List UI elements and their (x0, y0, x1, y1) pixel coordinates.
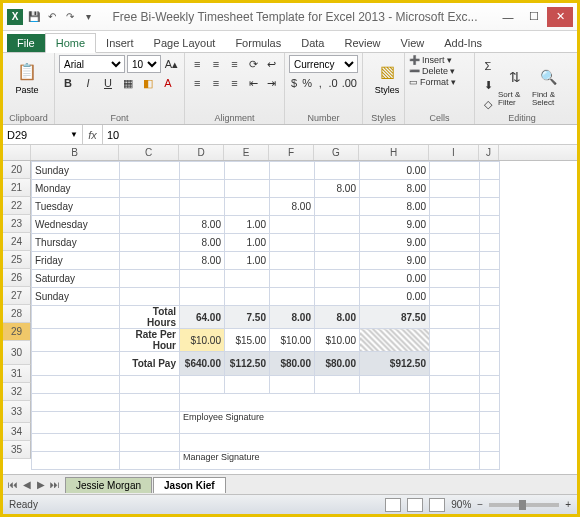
align-top-icon[interactable]: ≡ (189, 55, 206, 73)
align-middle-icon[interactable]: ≡ (208, 55, 225, 73)
row-header[interactable]: 23 (3, 215, 31, 233)
tab-page-layout[interactable]: Page Layout (144, 34, 226, 52)
find-select-button[interactable]: 🔍 Find & Select (532, 55, 565, 113)
font-size-select[interactable]: 10 (127, 55, 161, 73)
row-header[interactable]: 30 (3, 341, 31, 365)
col-header[interactable]: C (119, 145, 179, 160)
col-header[interactable]: B (31, 145, 119, 160)
col-header[interactable]: D (179, 145, 224, 160)
first-sheet-icon[interactable]: ⏮ (7, 479, 19, 490)
col-header[interactable]: F (269, 145, 314, 160)
redo-icon[interactable]: ↷ (63, 10, 77, 24)
fill-icon[interactable]: ⬇ (479, 76, 497, 94)
row-header[interactable]: 29 (3, 323, 31, 341)
autosum-icon[interactable]: Σ (479, 57, 497, 75)
col-header[interactable]: I (429, 145, 479, 160)
tab-data[interactable]: Data (291, 34, 334, 52)
qat-dropdown-icon[interactable]: ▾ (81, 10, 95, 24)
comma-icon[interactable]: , (315, 74, 325, 92)
row-header[interactable]: 26 (3, 269, 31, 287)
percent-icon[interactable]: % (301, 74, 313, 92)
format-cells-button[interactable]: ▭Format▾ (409, 77, 470, 87)
align-center-icon[interactable]: ≡ (208, 74, 225, 92)
decrease-indent-icon[interactable]: ⇤ (245, 74, 262, 92)
col-header[interactable]: H (359, 145, 429, 160)
wrap-text-icon[interactable]: ↩ (263, 55, 280, 73)
align-left-icon[interactable]: ≡ (189, 74, 206, 92)
row-header[interactable]: 33 (3, 401, 31, 423)
alignment-label: Alignment (189, 113, 280, 124)
align-right-icon[interactable]: ≡ (226, 74, 243, 92)
fill-color-button[interactable]: ◧ (139, 74, 157, 92)
last-sheet-icon[interactable]: ⏭ (49, 479, 61, 490)
tab-insert[interactable]: Insert (96, 34, 144, 52)
prev-sheet-icon[interactable]: ◀ (21, 479, 33, 490)
sheet-tab-1[interactable]: Jessie Morgan (65, 477, 152, 493)
tab-formulas[interactable]: Formulas (225, 34, 291, 52)
zoom-level[interactable]: 90% (451, 499, 471, 510)
tab-file[interactable]: File (7, 34, 45, 52)
sheet-tab-bar: ⏮ ◀ ▶ ⏭ Jessie Morgan Jason Kief (3, 474, 577, 494)
column-headers[interactable]: BCDEFGHIJ (3, 145, 577, 161)
zoom-slider[interactable] (489, 503, 559, 507)
align-bottom-icon[interactable]: ≡ (226, 55, 243, 73)
row-header[interactable]: 34 (3, 423, 31, 441)
row-header[interactable]: 28 (3, 305, 31, 323)
undo-icon[interactable]: ↶ (45, 10, 59, 24)
next-sheet-icon[interactable]: ▶ (35, 479, 47, 490)
worksheet-cells[interactable]: Sunday0.00 Monday8.008.00 Tuesday8.008.0… (31, 161, 500, 470)
row-header[interactable]: 35 (3, 441, 31, 459)
border-button[interactable]: ▦ (119, 74, 137, 92)
delete-cells-button[interactable]: ➖Delete▾ (409, 66, 470, 76)
tab-review[interactable]: Review (334, 34, 390, 52)
close-button[interactable]: ✕ (547, 7, 573, 27)
bold-button[interactable]: B (59, 74, 77, 92)
tab-view[interactable]: View (391, 34, 435, 52)
fx-icon[interactable]: fx (83, 125, 103, 144)
paste-button[interactable]: 📋 Paste (7, 55, 47, 95)
spreadsheet-grid[interactable]: BCDEFGHIJ 202122232425262728293031323334… (3, 145, 577, 471)
select-all-corner[interactable] (3, 145, 31, 160)
col-header[interactable]: G (314, 145, 359, 160)
increase-indent-icon[interactable]: ⇥ (263, 74, 280, 92)
row-header[interactable]: 32 (3, 383, 31, 401)
currency-icon[interactable]: $ (289, 74, 299, 92)
row-header[interactable]: 31 (3, 365, 31, 383)
increase-decimal-icon[interactable]: .0 (328, 74, 339, 92)
zoom-in-button[interactable]: + (565, 499, 571, 510)
row-header[interactable]: 25 (3, 251, 31, 269)
minimize-button[interactable]: — (495, 7, 521, 27)
row-header[interactable]: 22 (3, 197, 31, 215)
font-color-button[interactable]: A (159, 74, 177, 92)
number-format-select[interactable]: Currency (289, 55, 358, 73)
sort-filter-button[interactable]: ⇅ Sort & Filter (498, 55, 531, 113)
underline-button[interactable]: U (99, 74, 117, 92)
tab-addins[interactable]: Add-Ins (434, 34, 492, 52)
formula-bar[interactable]: 10 (103, 125, 577, 144)
clear-icon[interactable]: ◇ (479, 95, 497, 113)
page-break-view-button[interactable] (429, 498, 445, 512)
insert-cells-button[interactable]: ➕Insert▾ (409, 55, 470, 65)
col-header[interactable]: J (479, 145, 499, 160)
styles-button[interactable]: ▧ Styles (367, 55, 407, 95)
status-text: Ready (9, 499, 38, 510)
name-box[interactable]: D29 ▼ (3, 125, 83, 144)
tab-home[interactable]: Home (45, 33, 96, 53)
italic-button[interactable]: I (79, 74, 97, 92)
save-icon[interactable]: 💾 (27, 10, 41, 24)
sheet-tab-2[interactable]: Jason Kief (153, 477, 226, 493)
font-name-select[interactable]: Arial (59, 55, 125, 73)
row-header[interactable]: 24 (3, 233, 31, 251)
decrease-decimal-icon[interactable]: .00 (341, 74, 358, 92)
row-header[interactable]: 27 (3, 287, 31, 305)
page-layout-view-button[interactable] (407, 498, 423, 512)
row-headers[interactable]: 20212223242526272829303132333435 (3, 161, 31, 459)
orientation-icon[interactable]: ⟳ (245, 55, 262, 73)
increase-font-icon[interactable]: A▴ (163, 55, 180, 73)
row-header[interactable]: 20 (3, 161, 31, 179)
col-header[interactable]: E (224, 145, 269, 160)
normal-view-button[interactable] (385, 498, 401, 512)
zoom-out-button[interactable]: − (477, 499, 483, 510)
maximize-button[interactable]: ☐ (521, 7, 547, 27)
row-header[interactable]: 21 (3, 179, 31, 197)
